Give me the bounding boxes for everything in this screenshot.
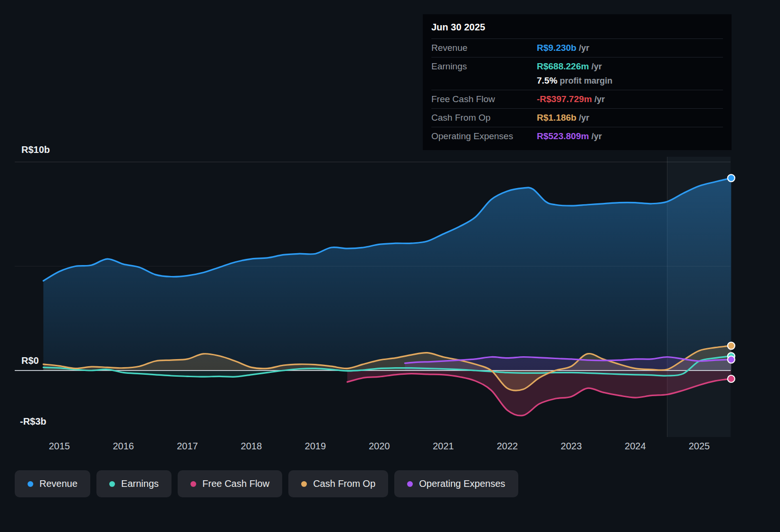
legend-dot-revenue: [28, 481, 33, 487]
chart-canvas[interactable]: [0, 157, 780, 437]
legend-dot-cash-from-op: [301, 481, 307, 487]
legend-label-revenue: Revenue: [39, 478, 77, 489]
legend-item-free-cash-flow[interactable]: Free Cash Flow: [178, 470, 282, 497]
tooltip-row-earnings: Earnings R$688.226m /yr: [431, 57, 723, 76]
legend-dot-earnings: [109, 481, 115, 487]
x-axis-label: 2018: [241, 441, 262, 452]
x-axis-label: 2024: [625, 441, 646, 452]
legend-label-cash-from-op: Cash From Op: [313, 478, 375, 489]
tooltip-label: Free Cash Flow: [431, 94, 537, 104]
tooltip-value: R$688.226m: [537, 61, 589, 72]
x-axis: 2015201620172018201920202021202220232024…: [0, 441, 780, 454]
tooltip-suffix: /yr: [594, 95, 605, 104]
tooltip-suffix: /yr: [591, 132, 602, 142]
tooltip-value: R$9.230b: [537, 43, 576, 53]
legend-label-operating-expenses: Operating Expenses: [419, 478, 505, 489]
tooltip-row-profit-margin: 7.5% profit margin: [431, 76, 723, 90]
tooltip-row-operating-expenses: Operating Expenses R$523.809m /yr: [431, 127, 723, 145]
legend-item-operating-expenses[interactable]: Operating Expenses: [394, 470, 518, 497]
y-axis-label-10b: R$10b: [21, 144, 50, 155]
legend: Revenue Earnings Free Cash Flow Cash Fro…: [15, 470, 518, 497]
tooltip-label: Operating Expenses: [431, 131, 537, 142]
legend-item-earnings[interactable]: Earnings: [96, 470, 171, 497]
legend-dot-operating-expenses: [407, 481, 413, 487]
x-axis-label: 2023: [561, 441, 582, 452]
x-axis-label: 2021: [433, 441, 454, 452]
tooltip-row-cash-from-op: Cash From Op R$1.186b /yr: [431, 108, 723, 127]
legend-item-cash-from-op[interactable]: Cash From Op: [288, 470, 388, 497]
tooltip-value: R$1.186b: [537, 113, 576, 123]
x-axis-label: 2019: [305, 441, 326, 452]
tooltip-suffix: /yr: [579, 113, 589, 123]
tooltip-row-free-cash-flow: Free Cash Flow -R$397.729m /yr: [431, 90, 723, 108]
legend-item-revenue[interactable]: Revenue: [15, 470, 90, 497]
tooltip-value: 7.5%: [537, 76, 557, 86]
tooltip-suffix: /yr: [579, 43, 589, 53]
legend-label-free-cash-flow: Free Cash Flow: [202, 478, 269, 489]
x-axis-label: 2022: [497, 441, 518, 452]
x-axis-label: 2025: [689, 441, 710, 452]
tooltip-suffix: profit margin: [560, 76, 612, 86]
legend-dot-free-cash-flow: [190, 481, 196, 487]
x-axis-label: 2017: [177, 441, 198, 452]
chart-tooltip: Jun 30 2025 Revenue R$9.230b /yr Earning…: [423, 14, 732, 150]
financial-chart-screen: Jun 30 2025 Revenue R$9.230b /yr Earning…: [0, 0, 780, 532]
x-axis-label: 2020: [369, 441, 390, 452]
x-axis-label: 2015: [49, 441, 70, 452]
legend-label-earnings: Earnings: [121, 478, 159, 489]
tooltip-label: Earnings: [431, 61, 537, 72]
x-axis-label: 2016: [113, 441, 134, 452]
tooltip-label: Revenue: [431, 43, 537, 53]
tooltip-value: -R$397.729m: [537, 94, 592, 104]
tooltip-suffix: /yr: [591, 62, 602, 72]
tooltip-value: R$523.809m: [537, 131, 589, 142]
tooltip-date: Jun 30 2025: [431, 22, 723, 38]
tooltip-row-revenue: Revenue R$9.230b /yr: [431, 38, 723, 57]
tooltip-label: Cash From Op: [431, 113, 537, 123]
